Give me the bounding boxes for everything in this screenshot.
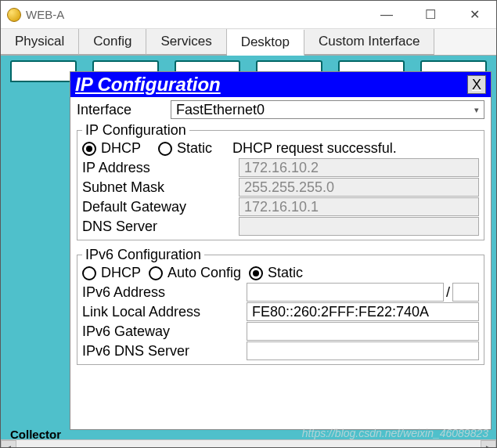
ipv6-legend: IPv6 Configuration <box>82 247 204 263</box>
horizontal-scrollbar[interactable]: ◄ ► <box>1 439 496 448</box>
interface-value: FastEthernet0 <box>176 102 265 118</box>
maximize-button[interactable]: ☐ <box>409 1 452 28</box>
ipv6-static-label: Static <box>268 265 303 281</box>
window-titlebar: WEB-A — ☐ ✕ <box>1 1 496 29</box>
ipv6-address-input[interactable] <box>247 283 444 302</box>
dhcp-status-text: DHCP request successful. <box>232 140 397 157</box>
window-controls: — ☐ ✕ <box>365 1 496 28</box>
ipv6-auto-radio[interactable] <box>149 266 163 280</box>
ip-configuration-title: IP Configuration <box>75 74 221 96</box>
subnet-mask-label: Subnet Mask <box>82 179 239 196</box>
ipv4-fieldset: IP Configuration DHCP Static DHCP reques… <box>77 122 484 240</box>
ipv4-static-label: Static <box>177 140 212 157</box>
chevron-down-icon: ▾ <box>474 105 479 115</box>
main-tabbar: Physical Config Services Desktop Custom … <box>1 29 496 56</box>
tab-config[interactable]: Config <box>79 29 146 55</box>
ipv4-legend: IP Configuration <box>82 122 189 139</box>
ip-address-input[interactable]: 172.16.10.2 <box>239 158 479 177</box>
interface-select[interactable]: FastEthernet0 ▾ <box>171 100 484 119</box>
ip-configuration-titlebar: IP Configuration X <box>70 72 491 97</box>
scroll-left-button[interactable]: ◄ <box>1 440 16 448</box>
ipv6-prefix-input[interactable] <box>452 283 479 302</box>
default-gateway-input[interactable]: 172.16.10.1 <box>239 197 479 216</box>
tab-services[interactable]: Services <box>146 29 226 55</box>
ipv6-auto-label: Auto Config <box>167 265 241 281</box>
subnet-mask-input[interactable]: 255.255.255.0 <box>239 178 479 197</box>
ip-configuration-body: Interface FastEthernet0 ▾ IP Configurati… <box>70 97 491 429</box>
dns-server-input[interactable] <box>239 217 479 236</box>
dns-server-label: DNS Server <box>82 219 239 235</box>
ipv6-gateway-input[interactable] <box>247 322 479 341</box>
link-local-label: Link Local Address <box>82 304 247 320</box>
ip-address-label: IP Address <box>82 160 239 176</box>
ipv6-address-label: IPv6 Address <box>82 284 247 301</box>
ip-configuration-close-button[interactable]: X <box>467 75 486 94</box>
default-gateway-label: Default Gateway <box>82 199 239 215</box>
ipv6-dns-input[interactable] <box>247 341 479 360</box>
watermark-text: https://blog.csdn.net/weixin_46089823 <box>302 427 488 439</box>
ipv6-prefix-slash: / <box>446 284 450 301</box>
ipv6-dns-label: IPv6 DNS Server <box>82 343 247 359</box>
tab-custom-interface[interactable]: Custom Interface <box>304 29 434 55</box>
ipv6-fieldset: IPv6 Configuration DHCP Auto Config Stat… <box>77 247 484 365</box>
desktop-tile[interactable] <box>10 60 77 82</box>
tab-physical[interactable]: Physical <box>1 29 79 55</box>
link-local-input[interactable]: FE80::260:2FFF:FE22:740A <box>247 302 479 321</box>
ipv4-static-radio[interactable] <box>158 142 172 156</box>
desktop-area: Collector IP Configuration X Interface F… <box>1 56 496 448</box>
tab-desktop[interactable]: Desktop <box>227 30 304 56</box>
window-title: WEB-A <box>26 8 64 21</box>
ipv6-gateway-label: IPv6 Gateway <box>82 323 247 340</box>
ipv6-static-radio[interactable] <box>249 266 263 280</box>
interface-label: Interface <box>77 102 171 118</box>
scroll-right-button[interactable]: ► <box>481 440 496 448</box>
close-button[interactable]: ✕ <box>452 1 496 28</box>
scroll-track[interactable] <box>16 440 481 448</box>
ipv4-dhcp-label: DHCP <box>101 140 141 157</box>
ip-configuration-panel: IP Configuration X Interface FastEtherne… <box>70 71 492 430</box>
app-icon <box>7 8 21 22</box>
ipv6-dhcp-label: DHCP <box>101 265 141 281</box>
ipv4-dhcp-radio[interactable] <box>82 142 96 156</box>
ipv6-dhcp-radio[interactable] <box>82 266 96 280</box>
minimize-button[interactable]: — <box>365 1 409 28</box>
